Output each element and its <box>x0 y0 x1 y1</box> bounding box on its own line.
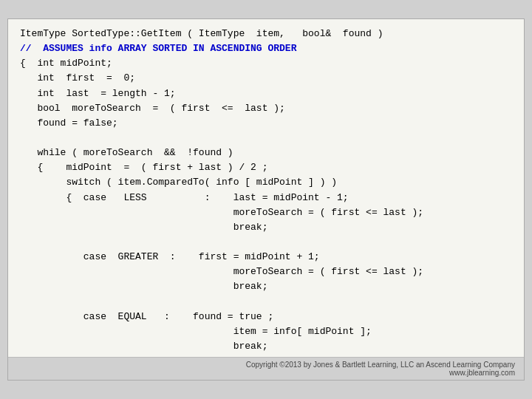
line-10: { midPoint = ( first + last ) / 2 ; <box>20 162 267 173</box>
line-11: switch ( item.ComparedTo( info [ midPoin… <box>20 177 337 188</box>
code-block: ItemType SortedType::GetItem ( ItemType … <box>20 27 512 357</box>
line-1: ItemType SortedType::GetItem ( ItemType … <box>20 28 383 39</box>
line-5: int last = length - 1; <box>20 88 176 99</box>
line-21: item = info[ midPoint ]; <box>20 326 372 337</box>
line-3: { int midPoint; <box>20 58 112 69</box>
footer-line2: www.jblearning.com <box>17 369 515 377</box>
line-18: break; <box>20 281 267 292</box>
line-20: case EQUAL : found = true ; <box>20 311 273 322</box>
line-9: while ( moreToSearch && !found ) <box>20 147 233 158</box>
line-4: int first = 0; <box>20 72 135 83</box>
line-16: case GREATER : first = midPoint + 1; <box>20 251 320 262</box>
footer-line1: Copyright ©2013 by Jones & Bartlett Lear… <box>17 361 515 369</box>
line-14: break; <box>20 222 267 233</box>
line-7: found = false; <box>20 117 118 129</box>
line-6: bool moreToSearch = ( first <= last ); <box>20 103 285 114</box>
code-window: ItemType SortedType::GetItem ( ItemType … <box>7 18 525 381</box>
footer: Copyright ©2013 by Jones & Bartlett Lear… <box>8 357 524 380</box>
line-2: // ASSUMES info ARRAY SORTED IN ASCENDIN… <box>20 43 296 54</box>
line-13: moreToSearch = ( first <= last ); <box>20 207 423 218</box>
line-12: { case LESS : last = midPoint - 1; <box>20 192 349 203</box>
line-22: break; <box>20 341 267 352</box>
code-display: ItemType SortedType::GetItem ( ItemType … <box>8 19 524 357</box>
line-17: moreToSearch = ( first <= last ); <box>20 266 423 277</box>
